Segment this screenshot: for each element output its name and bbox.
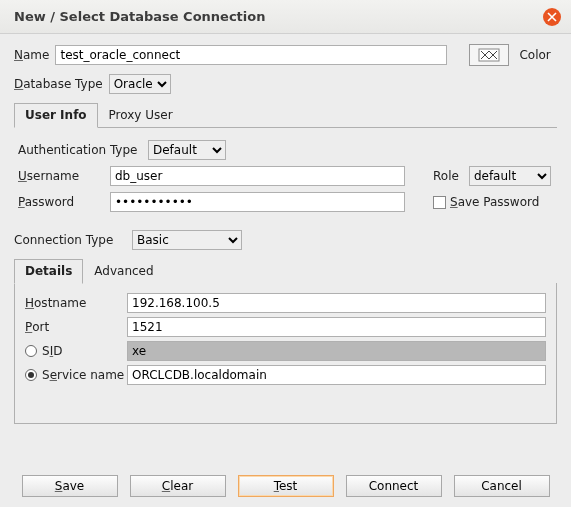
color-swatch-icon <box>478 48 500 62</box>
name-label: Name <box>14 48 49 62</box>
title-bar: New / Select Database Connection <box>0 0 571 34</box>
service-label: Service name <box>42 368 124 382</box>
tab-proxy-user[interactable]: Proxy User <box>98 103 184 128</box>
conn-type-select[interactable]: Basic <box>132 230 242 250</box>
name-row: Name Color <box>14 44 557 66</box>
dbtype-label: Database Type <box>14 77 103 91</box>
details-section: Details Advanced Hostname Port SID <box>14 258 557 424</box>
conn-type-label: Connection Type <box>14 233 126 247</box>
color-label: Color <box>519 48 550 62</box>
details-tabs: Details Advanced <box>14 258 557 283</box>
tab-user-info[interactable]: User Info <box>14 103 98 128</box>
color-swatch-button[interactable] <box>469 44 509 66</box>
auth-type-label: Authentication Type <box>18 143 148 157</box>
sid-input <box>127 341 546 361</box>
port-row: Port <box>25 317 546 337</box>
sid-label: SID <box>42 344 62 358</box>
service-row: Service name <box>25 365 546 385</box>
dialog-window: New / Select Database Connection Name Co… <box>0 0 571 507</box>
auth-type-select[interactable]: Default <box>148 140 226 160</box>
dbtype-select[interactable]: Oracle <box>109 74 171 94</box>
username-input[interactable] <box>110 166 405 186</box>
save-button[interactable]: Save <box>22 475 118 497</box>
service-radio[interactable] <box>25 369 37 381</box>
details-panel: Hostname Port SID Se <box>14 283 557 424</box>
dbtype-row: Database Type Oracle <box>14 74 557 94</box>
save-password-label: Save Password <box>450 195 539 209</box>
sid-radio[interactable] <box>25 345 37 357</box>
hostname-input[interactable] <box>127 293 546 313</box>
tab-details[interactable]: Details <box>14 259 83 284</box>
password-label: Password <box>18 195 110 209</box>
clear-button[interactable]: Clear <box>130 475 226 497</box>
role-label: Role <box>433 169 459 183</box>
save-password-checkbox[interactable] <box>433 196 446 209</box>
connect-button[interactable]: Connect <box>346 475 442 497</box>
window-title: New / Select Database Connection <box>14 9 543 24</box>
conn-type-row: Connection Type Basic <box>14 230 557 250</box>
username-row: Username Role default <box>18 166 553 186</box>
name-input[interactable] <box>55 45 447 65</box>
username-label: Username <box>18 169 110 183</box>
service-option[interactable]: Service name <box>25 368 127 382</box>
sid-row: SID <box>25 341 546 361</box>
close-icon <box>547 12 557 22</box>
sid-option[interactable]: SID <box>25 344 127 358</box>
password-input[interactable] <box>110 192 405 212</box>
service-input[interactable] <box>127 365 546 385</box>
role-select[interactable]: default <box>469 166 551 186</box>
test-button[interactable]: Test <box>238 475 334 497</box>
button-bar: Save Clear Test Connect Cancel <box>0 475 571 497</box>
hostname-label: Hostname <box>25 296 127 310</box>
dialog-content: Name Color Database Type Oracle User Inf… <box>0 34 571 424</box>
password-row: Password Save Password <box>18 192 553 212</box>
user-info-panel: Authentication Type Default Username Rol… <box>14 128 557 222</box>
hostname-row: Hostname <box>25 293 546 313</box>
auth-type-row: Authentication Type Default <box>18 140 553 160</box>
auth-tabs: User Info Proxy User <box>14 102 557 128</box>
port-label: Port <box>25 320 127 334</box>
port-input[interactable] <box>127 317 546 337</box>
cancel-button[interactable]: Cancel <box>454 475 550 497</box>
close-button[interactable] <box>543 8 561 26</box>
tab-advanced[interactable]: Advanced <box>83 259 164 284</box>
